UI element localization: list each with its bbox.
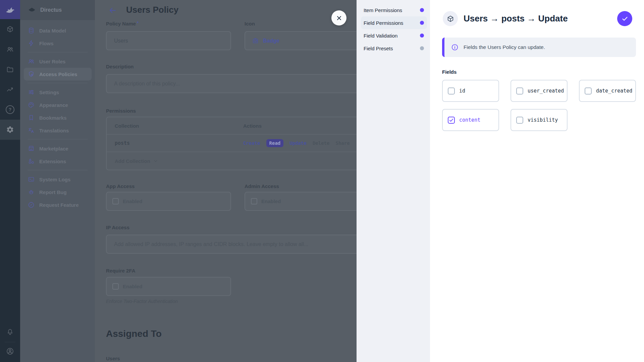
drawer-nav-item-permissions[interactable]: Item Permissions (357, 4, 430, 16)
permissions-table-header: Collection Actions (107, 117, 369, 135)
project-status-icon (28, 6, 36, 14)
directus-app: ? Directus (0, 0, 644, 362)
module-insights[interactable] (0, 79, 20, 100)
field-checkbox[interactable] (516, 117, 523, 124)
nav-item-label: Request Feature (39, 202, 79, 208)
nav-item-request-feature[interactable]: Request Feature (20, 198, 95, 211)
field-checkbox[interactable] (448, 87, 455, 95)
admin-access-field[interactable]: Enabled (245, 192, 370, 211)
field-checkbox-checked[interactable] (448, 117, 455, 124)
save-button[interactable] (617, 11, 632, 26)
module-help[interactable]: ? (0, 100, 20, 120)
bookmark-icon (28, 114, 35, 121)
require-2fa-label: Require 2FA (106, 268, 136, 274)
drawer-nav-field-validation[interactable]: Field Validation (357, 29, 430, 42)
account-button[interactable] (0, 342, 20, 360)
chevron-down-icon (153, 158, 158, 164)
chart-icon (6, 86, 14, 93)
action-share[interactable]: Share (335, 140, 350, 146)
help-icon: ? (6, 105, 14, 114)
icon-field[interactable]: Badge (245, 31, 370, 50)
action-create[interactable]: Create (243, 140, 260, 146)
nav-item-data-model[interactable]: Data Model (20, 24, 95, 37)
bolt-icon (28, 40, 35, 47)
permission-actions: Create Read Update Delete Share (243, 139, 350, 147)
directus-logo[interactable] (0, 0, 20, 19)
user-circle-icon (6, 347, 14, 355)
nav-item-appearance[interactable]: Appearance (20, 99, 95, 111)
extension-icon (28, 158, 35, 165)
notifications-button[interactable] (0, 322, 20, 342)
permissions-row-posts: posts Create Read Update Delete Share (107, 135, 369, 152)
drawer-header-icon-circle (443, 11, 458, 26)
app-access-field[interactable]: Enabled (106, 192, 231, 211)
module-content[interactable] (0, 19, 20, 39)
drawer-nav-field-presets[interactable]: Field Presets (357, 42, 430, 55)
field-card-date-created[interactable]: date_created (579, 80, 636, 102)
nav-item-access-policies[interactable]: Access Policies (24, 68, 92, 80)
nav-item-extensions[interactable]: Extensions (20, 155, 95, 168)
admin-access-checkbox[interactable] (251, 198, 257, 204)
nav-divider (28, 83, 88, 83)
description-input[interactable] (113, 80, 362, 87)
drawer-close-button[interactable] (331, 10, 346, 25)
drawer-nav-field-permissions[interactable]: Field Permissions (361, 16, 427, 29)
nav-item-report-bug[interactable]: Report Bug (20, 186, 95, 198)
terminal-icon (28, 176, 35, 183)
collection-name: posts (115, 140, 243, 146)
storefront-icon (28, 145, 35, 152)
drawer-title: Users → posts → Update (464, 13, 568, 24)
app-access-checkbox[interactable] (112, 198, 119, 204)
translate-icon (28, 127, 35, 134)
shield-lock-icon (28, 71, 35, 77)
field-card-user-created[interactable]: user_created (511, 80, 568, 102)
nav-item-settings[interactable]: Settings (20, 86, 95, 99)
ip-access-input[interactable] (113, 241, 362, 248)
policy-name-input[interactable] (113, 38, 224, 44)
nav-item-system-logs[interactable]: System Logs (20, 173, 95, 186)
nav-item-marketplace[interactable]: Marketplace (20, 142, 95, 155)
nav-item-label: System Logs (39, 177, 70, 182)
action-read[interactable]: Read (266, 139, 284, 147)
require-2fa-checkbox[interactable] (112, 283, 119, 290)
drawer-content: Users → posts → Update Fields the Users … (430, 0, 644, 362)
icon-label: Icon (245, 21, 255, 26)
check-icon (449, 118, 454, 123)
nav-item-label: Access Policies (39, 71, 77, 77)
field-checkbox-grid: id user_created date_created content vis… (442, 80, 636, 131)
field-checkbox[interactable] (585, 87, 592, 95)
nav-item-label: Bookmarks (39, 115, 67, 121)
module-settings[interactable] (0, 120, 20, 140)
nav-item-label: User Roles (39, 59, 65, 64)
field-card-id[interactable]: id (442, 80, 499, 102)
field-checkbox[interactable] (516, 87, 523, 95)
nav-item-label: Translations (39, 128, 69, 133)
column-actions: Actions (243, 123, 262, 129)
nav-item-bookmarks[interactable]: Bookmarks (20, 111, 95, 124)
nav-item-translations[interactable]: Translations (20, 124, 95, 137)
status-dot (420, 46, 424, 50)
nav-item-label: Settings (39, 89, 59, 95)
info-notice: Fields the Users Policy can update. (442, 38, 636, 57)
page-title: Users Policy (126, 5, 178, 15)
ip-access-label: IP Access (106, 225, 129, 230)
module-file-library[interactable] (0, 59, 20, 79)
back-button[interactable] (107, 5, 118, 16)
action-update[interactable]: Update (289, 140, 307, 146)
require-2fa-note: Enforce Two-Factor Authentication (106, 299, 178, 304)
nav-item-label: Flows (39, 41, 54, 46)
module-user-directory[interactable] (0, 39, 20, 59)
nav-item-flows[interactable]: Flows (20, 37, 95, 50)
column-collection: Collection (115, 123, 243, 129)
field-card-content[interactable]: content (442, 109, 499, 131)
action-delete[interactable]: Delete (313, 140, 330, 146)
arrow-left-icon (108, 6, 117, 15)
nav-item-user-roles[interactable]: User Roles (20, 55, 95, 68)
add-collection-button[interactable]: Add Collection (107, 152, 369, 170)
project-header[interactable]: Directus (20, 0, 95, 20)
field-card-visibility[interactable]: visibility (511, 109, 568, 131)
require-2fa-field[interactable]: Enabled (106, 277, 231, 296)
database-icon (28, 27, 35, 34)
status-dot (420, 21, 424, 25)
ip-access-input-wrap (106, 235, 370, 254)
